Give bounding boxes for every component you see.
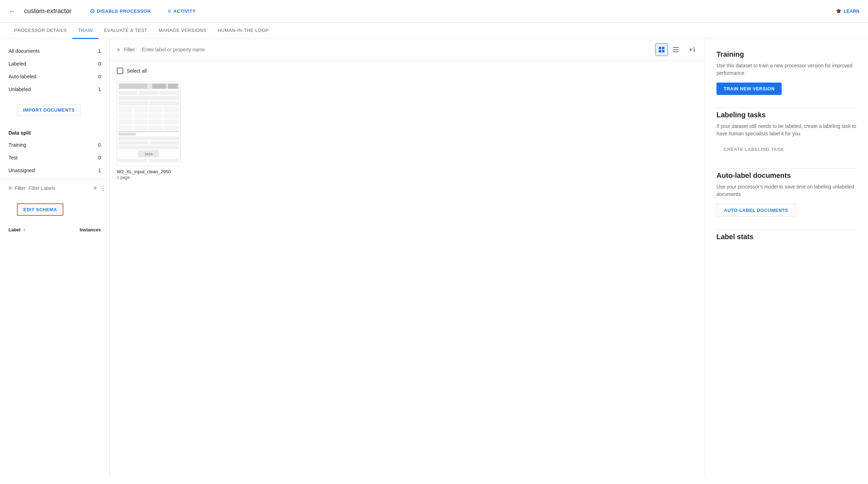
documents-grid: 2019 W2_XL_input_clean_2950 1 page bbox=[117, 81, 698, 180]
training-title: Training bbox=[716, 50, 857, 58]
content-body: Select all bbox=[110, 61, 705, 478]
add-filter-button[interactable]: + bbox=[93, 185, 97, 192]
sidebar-item-unassigned[interactable]: Unassigned 1 bbox=[0, 164, 109, 177]
svg-rect-31 bbox=[119, 125, 133, 130]
tab-manage-versions[interactable]: MANAGE VERSIONS bbox=[153, 23, 212, 39]
document-card[interactable]: 2019 W2_XL_input_clean_2950 1 page bbox=[117, 81, 181, 180]
select-all-row: Select all bbox=[117, 68, 698, 74]
labeling-tasks-desc: If your dataset still needs to be labele… bbox=[716, 123, 857, 137]
auto-label-section: Auto-label documents Use your processor'… bbox=[716, 171, 857, 217]
filter-search-input[interactable] bbox=[142, 47, 651, 52]
svg-rect-23 bbox=[119, 113, 133, 118]
auto-label-documents-button[interactable]: AUTO-LABEL DOCUMENTS bbox=[716, 204, 795, 217]
select-all-label: Select all bbox=[127, 68, 147, 74]
sidebar-item-labeled[interactable]: Labeled 0 bbox=[0, 57, 109, 70]
svg-rect-6 bbox=[673, 51, 679, 52]
document-pages: 1 page bbox=[117, 175, 181, 180]
label-stats-title: Label stats bbox=[716, 233, 857, 241]
labeling-tasks-section: Labeling tasks If your dataset still nee… bbox=[716, 111, 857, 156]
tab-bar: PROCESSOR DETAILS TRAIN EVALUATE & TEST … bbox=[0, 23, 868, 39]
main-layout: All documents 1 Labeled 0 Auto-labeled 0… bbox=[0, 39, 868, 478]
svg-rect-38 bbox=[119, 141, 148, 145]
sidebar-item-auto-labeled[interactable]: Auto-labeled 0 bbox=[0, 70, 109, 83]
sidebar-item-training[interactable]: Training 0 bbox=[0, 139, 109, 151]
select-all-checkbox[interactable] bbox=[117, 68, 123, 74]
svg-rect-39 bbox=[149, 141, 179, 145]
svg-rect-14 bbox=[159, 91, 179, 95]
svg-rect-9 bbox=[119, 84, 147, 89]
sidebar-item-all-documents[interactable]: All documents 1 bbox=[0, 45, 109, 57]
svg-rect-21 bbox=[149, 108, 163, 113]
sidebar-item-unlabeled[interactable]: Unlabeled 1 bbox=[0, 83, 109, 96]
content-toolbar: ≡ Filter bbox=[110, 39, 705, 61]
top-nav: ← custom-extractor ⊙ DISABLE PROCESSOR ≡… bbox=[0, 0, 868, 23]
list-view-button[interactable] bbox=[669, 43, 682, 56]
tab-train[interactable]: TRAIN bbox=[72, 23, 98, 39]
tab-human-in-the-loop[interactable]: HUMAN-IN-THE-LOOP bbox=[212, 23, 274, 39]
filter-icon: ≡ bbox=[8, 185, 12, 191]
svg-rect-36 bbox=[119, 133, 136, 136]
learn-button[interactable]: 🎓 LEARN bbox=[836, 9, 860, 14]
svg-rect-44 bbox=[149, 159, 179, 162]
document-name: W2_XL_input_clean_2950 bbox=[117, 169, 181, 174]
svg-rect-2 bbox=[659, 50, 661, 52]
svg-rect-15 bbox=[119, 96, 179, 100]
schema-label-col: Label ↑ bbox=[8, 227, 25, 232]
back-button[interactable]: ← bbox=[8, 7, 16, 15]
svg-rect-1 bbox=[662, 47, 664, 49]
edit-schema-button[interactable]: EDIT SCHEMA bbox=[17, 203, 63, 216]
svg-rect-24 bbox=[133, 113, 148, 118]
labeling-tasks-title: Labeling tasks bbox=[716, 111, 857, 119]
filter-label: Filter bbox=[15, 185, 25, 191]
filter-toolbar-text: Filter bbox=[124, 47, 135, 52]
svg-rect-5 bbox=[673, 49, 679, 50]
label-stats-section: Label stats bbox=[716, 233, 857, 241]
training-section: Training Use this dataset to train a new… bbox=[716, 50, 857, 95]
tab-evaluate-test[interactable]: EVALUATE & TEST bbox=[98, 23, 153, 39]
collapse-panel-button[interactable] bbox=[686, 44, 698, 55]
svg-rect-25 bbox=[149, 113, 163, 118]
svg-rect-34 bbox=[164, 125, 179, 130]
data-split-section: Data split bbox=[0, 124, 109, 139]
svg-rect-27 bbox=[119, 119, 133, 124]
grid-view-button[interactable] bbox=[655, 43, 668, 56]
divider-2 bbox=[716, 168, 857, 169]
svg-rect-28 bbox=[133, 119, 148, 124]
svg-rect-3 bbox=[662, 50, 664, 52]
svg-rect-20 bbox=[133, 108, 148, 113]
import-documents-button[interactable]: IMPORT DOCUMENTS bbox=[17, 104, 81, 116]
sidebar-item-test[interactable]: Test 0 bbox=[0, 151, 109, 164]
svg-rect-40 bbox=[119, 146, 179, 149]
svg-rect-19 bbox=[119, 108, 133, 113]
activity-button[interactable]: ≡ ACTIVITY bbox=[164, 6, 200, 17]
svg-rect-26 bbox=[164, 113, 179, 118]
svg-text:2019: 2019 bbox=[145, 152, 153, 156]
divider-3 bbox=[716, 230, 857, 230]
train-new-version-button[interactable]: TRAIN NEW VERSION bbox=[716, 83, 782, 95]
divider-1 bbox=[716, 108, 857, 108]
svg-rect-29 bbox=[149, 119, 163, 124]
filter-labels-input[interactable] bbox=[28, 185, 90, 191]
content-area: ≡ Filter bbox=[110, 39, 705, 478]
schema-header: Label ↑ Instances bbox=[0, 223, 109, 234]
create-labeling-task-button[interactable]: CREATE LABELING TASK bbox=[716, 143, 791, 156]
svg-rect-37 bbox=[119, 137, 179, 140]
more-filter-options-button[interactable]: ⋮ bbox=[100, 184, 106, 192]
svg-rect-13 bbox=[139, 91, 158, 95]
activity-icon: ≡ bbox=[168, 8, 171, 15]
svg-rect-33 bbox=[149, 125, 163, 130]
filter-row: ≡ Filter + ⋮ bbox=[0, 180, 109, 196]
filter-toolbar-icon: ≡ bbox=[117, 47, 120, 52]
sidebar: All documents 1 Labeled 0 Auto-labeled 0… bbox=[0, 39, 110, 478]
tab-processor-details[interactable]: PROCESSOR DETAILS bbox=[8, 23, 72, 39]
learn-icon: 🎓 bbox=[836, 9, 841, 14]
training-desc: Use this dataset to train a new processo… bbox=[716, 62, 857, 77]
svg-rect-32 bbox=[133, 125, 148, 130]
svg-rect-11 bbox=[168, 84, 178, 89]
svg-rect-0 bbox=[659, 47, 661, 49]
disable-icon: ⊙ bbox=[90, 8, 95, 15]
svg-rect-16 bbox=[119, 101, 148, 106]
svg-rect-4 bbox=[673, 47, 679, 48]
svg-rect-22 bbox=[164, 108, 179, 113]
disable-processor-button[interactable]: ⊙ DISABLE PROCESSOR bbox=[86, 6, 155, 17]
